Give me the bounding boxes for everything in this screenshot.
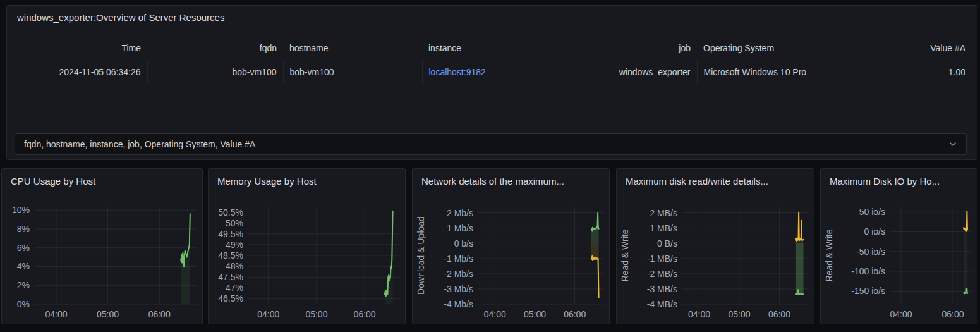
fields-dropdown[interactable]: fqdn, hostname, instance, job, Operating… xyxy=(15,133,967,155)
cell-time: 2024-11-05 06:34:26 xyxy=(7,59,147,85)
svg-text:05:00: 05:00 xyxy=(524,309,546,319)
svg-text:6%: 6% xyxy=(17,243,30,253)
column-header-time[interactable]: Time xyxy=(7,37,147,59)
cell-value: 1.00 xyxy=(835,59,977,85)
chart-title-disk-io[interactable]: Maximum Disk IO by Ho... xyxy=(830,176,972,187)
svg-text:49.5%: 49.5% xyxy=(218,229,243,239)
svg-text:05:00: 05:00 xyxy=(728,309,750,319)
table-header-row: Time fqdn hostname instance job Operatin… xyxy=(7,37,977,59)
svg-text:04:00: 04:00 xyxy=(45,309,67,319)
svg-text:04:00: 04:00 xyxy=(257,309,279,319)
svg-text:48.5%: 48.5% xyxy=(218,250,243,261)
svg-text:-1 Mb/s: -1 Mb/s xyxy=(444,254,473,264)
cell-hostname: bob-vm100 xyxy=(283,59,422,85)
disk-readwrite-chart[interactable]: 04:0005:0006:002 MB/s1 MB/s0 B/s-1 MB/s-… xyxy=(617,169,814,324)
svg-text:-4 Mb/s: -4 Mb/s xyxy=(444,299,473,309)
svg-text:4%: 4% xyxy=(17,261,30,271)
cpu-usage-chart[interactable]: 04:0005:0006:0010%8%6%4%2%0% xyxy=(2,169,202,324)
svg-text:Read & Write: Read & Write xyxy=(824,229,834,281)
instance-link[interactable]: localhost:9182 xyxy=(429,67,486,77)
table-panel: windows_exporter:Overview of Server Reso… xyxy=(6,5,977,160)
column-header-os[interactable]: Operating System xyxy=(697,37,835,59)
column-header-hostname[interactable]: hostname xyxy=(283,37,422,59)
chart-panel-memory: Memory Usage by Host 04:0005:0006:0050.5… xyxy=(208,168,406,324)
fields-dropdown-value: fqdn, hostname, instance, job, Operating… xyxy=(24,139,255,149)
svg-text:-2 MB/s: -2 MB/s xyxy=(647,269,677,279)
table-row: 2024-11-05 06:34:26 bob-vm100 bob-vm100 … xyxy=(7,59,977,85)
svg-text:0 b/s: 0 b/s xyxy=(454,238,473,249)
svg-text:1 Mb/s: 1 Mb/s xyxy=(447,223,473,233)
disk-io-chart[interactable]: 04:0006:0050 io/s0 io/s-50 io/s-100 io/s… xyxy=(821,169,977,324)
svg-text:06:00: 06:00 xyxy=(148,309,171,319)
svg-text:0%: 0% xyxy=(17,299,30,309)
svg-text:-3 MB/s: -3 MB/s xyxy=(647,284,677,294)
svg-text:50%: 50% xyxy=(226,218,243,228)
network-chart[interactable]: 04:0005:0006:002 Mb/s1 Mb/s0 b/s-1 Mb/s-… xyxy=(413,169,609,324)
chart-panel-disk-io: Maximum Disk IO by Ho... 04:0006:0050 io… xyxy=(820,168,977,324)
svg-text:0 B/s: 0 B/s xyxy=(657,238,677,249)
cell-fqdn: bob-vm100 xyxy=(147,59,283,85)
chart-panel-disk-rw: Maximum disk read/write details... 04:00… xyxy=(616,168,814,324)
svg-text:0 io/s: 0 io/s xyxy=(864,226,885,237)
svg-text:48%: 48% xyxy=(226,261,243,271)
svg-text:04:00: 04:00 xyxy=(890,309,912,319)
column-header-value[interactable]: Value #A xyxy=(835,37,977,59)
svg-text:10%: 10% xyxy=(12,205,30,215)
svg-text:06:00: 06:00 xyxy=(768,309,790,319)
svg-text:1 MB/s: 1 MB/s xyxy=(650,223,677,233)
svg-text:-4 MB/s: -4 MB/s xyxy=(647,299,677,309)
column-header-instance[interactable]: instance xyxy=(422,37,560,59)
svg-text:06:00: 06:00 xyxy=(564,309,586,319)
svg-text:8%: 8% xyxy=(17,224,30,234)
memory-usage-chart[interactable]: 04:0005:0006:0050.5%50%49.5%49%48.5%48%4… xyxy=(209,169,405,324)
svg-text:06:00: 06:00 xyxy=(354,309,376,319)
chart-panel-network: Network details of the maximum... 04:000… xyxy=(412,168,610,324)
chevron-down-icon xyxy=(948,140,957,149)
svg-text:-2 Mb/s: -2 Mb/s xyxy=(444,269,473,279)
column-header-fqdn[interactable]: fqdn xyxy=(147,37,283,59)
svg-text:05:00: 05:00 xyxy=(305,309,327,319)
chart-title-disk-rw[interactable]: Maximum disk read/write details... xyxy=(626,176,809,187)
svg-text:2%: 2% xyxy=(17,280,30,290)
svg-text:-1 MB/s: -1 MB/s xyxy=(647,254,677,264)
svg-text:-3 Mb/s: -3 Mb/s xyxy=(444,284,473,294)
column-header-job[interactable]: job xyxy=(560,37,697,59)
svg-text:04:00: 04:00 xyxy=(484,309,506,319)
svg-text:2 MB/s: 2 MB/s xyxy=(650,208,677,218)
svg-text:2 Mb/s: 2 Mb/s xyxy=(447,208,473,218)
svg-text:50.5%: 50.5% xyxy=(218,207,243,218)
svg-text:47.5%: 47.5% xyxy=(218,272,243,282)
cell-os: Microsoft Windows 10 Pro xyxy=(697,59,835,85)
chart-title-memory[interactable]: Memory Usage by Host xyxy=(217,176,400,187)
svg-text:06:00: 06:00 xyxy=(941,309,964,319)
svg-text:-150 io/s: -150 io/s xyxy=(851,286,885,296)
svg-text:-100 io/s: -100 io/s xyxy=(851,266,885,276)
svg-text:46.5%: 46.5% xyxy=(218,293,243,304)
chart-title-network[interactable]: Network details of the maximum... xyxy=(421,176,604,187)
svg-text:Download & Upload: Download & Upload xyxy=(416,216,426,295)
panel-title[interactable]: windows_exporter:Overview of Server Reso… xyxy=(17,12,224,23)
svg-text:-50 io/s: -50 io/s xyxy=(856,247,885,257)
results-table: Time fqdn hostname instance job Operatin… xyxy=(7,37,977,85)
svg-text:49%: 49% xyxy=(226,240,243,250)
svg-text:05:00: 05:00 xyxy=(97,309,119,319)
chart-title-cpu[interactable]: CPU Usage by Host xyxy=(11,176,197,187)
cell-job: windows_exporter xyxy=(560,59,697,85)
cell-instance: localhost:9182 xyxy=(422,59,560,85)
svg-text:50 io/s: 50 io/s xyxy=(859,207,885,217)
chart-panel-cpu: CPU Usage by Host 04:0005:0006:0010%8%6%… xyxy=(1,168,203,324)
svg-text:04:00: 04:00 xyxy=(688,309,710,319)
svg-text:47%: 47% xyxy=(226,283,243,293)
svg-text:Read & Write: Read & Write xyxy=(620,229,630,281)
